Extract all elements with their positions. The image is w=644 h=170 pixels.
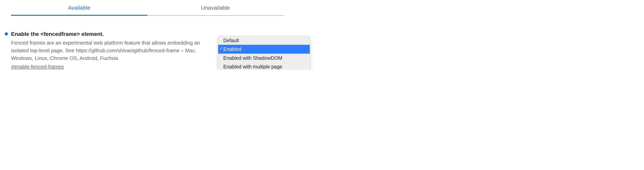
- flag-description: Fenced frames are an experimental web pl…: [11, 39, 209, 62]
- flag-title: Enable the <fencedframe> element.: [11, 30, 209, 38]
- dropdown-option-enabled-shadowdom[interactable]: Enabled with ShadowDOM: [218, 54, 310, 62]
- dropdown-option-enabled[interactable]: Enabled: [218, 45, 310, 53]
- tab-available[interactable]: Available: [11, 2, 147, 15]
- dropdown-option-enabled-mparch[interactable]: Enabled with multiple page architecture: [218, 62, 310, 70]
- flag-state-dropdown[interactable]: Default Enabled Enabled with ShadowDOM E…: [218, 36, 310, 70]
- dropdown-option-default[interactable]: Default: [218, 36, 310, 45]
- flag-text-block: Enable the <fencedframe> element. Fenced…: [4, 30, 209, 70]
- modified-indicator-icon: [5, 32, 8, 35]
- flag-hash-link[interactable]: #enable-fenced-frames: [11, 64, 64, 70]
- tab-unavailable[interactable]: Unavailable: [147, 2, 284, 15]
- tabs-bar: Available Unavailable: [11, 2, 284, 16]
- flag-entry: Enable the <fencedframe> element. Fenced…: [3, 30, 309, 70]
